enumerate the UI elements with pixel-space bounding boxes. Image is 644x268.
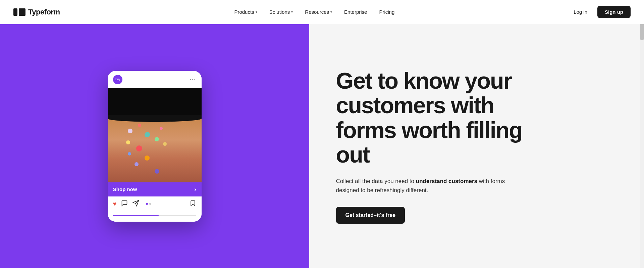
gem-5	[136, 145, 142, 151]
gem-8	[145, 155, 150, 161]
comment-icon[interactable]	[121, 200, 128, 208]
nav-pricing[interactable]: Pricing	[374, 6, 399, 17]
gem-11	[160, 127, 163, 130]
phone-actions: ♥	[108, 196, 202, 212]
phone-header: Zitty ···	[108, 71, 202, 88]
progress-bar-background	[113, 215, 196, 216]
scrollbar[interactable]	[640, 0, 644, 268]
phone-image	[108, 88, 202, 182]
logo-icon	[13, 8, 25, 16]
gem-4	[126, 140, 130, 144]
signup-button[interactable]: Sign up	[597, 6, 631, 18]
subtext-prefix: Collect all the data you need to	[336, 178, 416, 184]
logo-block-left	[13, 8, 17, 16]
gem-12	[155, 169, 159, 174]
navbar: Typeform Products ▾ Solutions ▾ Resource…	[0, 0, 644, 24]
nav-resources-label: Resources	[305, 9, 329, 15]
bangs-area	[108, 115, 202, 122]
products-chevron-icon: ▾	[256, 10, 257, 14]
nav-solutions[interactable]: Solutions ▾	[265, 6, 298, 17]
slide-indicator	[146, 203, 151, 205]
shop-now-arrow-icon: ›	[194, 186, 196, 192]
phone-menu-dots-icon: ···	[190, 77, 196, 83]
share-icon[interactable]	[132, 200, 139, 208]
subtext-bold: understand customers	[416, 178, 477, 184]
nav-pricing-label: Pricing	[379, 9, 394, 15]
gem-10	[135, 162, 139, 166]
logo-area[interactable]: Typeform	[13, 8, 60, 16]
hair-area	[108, 88, 202, 117]
phone-mockup: Zitty ···	[108, 71, 202, 222]
navbar-center: Products ▾ Solutions ▾ Resources ▾ Enter…	[229, 6, 399, 17]
gem-6	[155, 137, 159, 141]
gem-9	[163, 142, 167, 146]
phone-progress-area	[108, 212, 202, 222]
brand-name: Typeform	[28, 8, 60, 16]
hero-right: Get to know your customers with forms wo…	[309, 24, 644, 268]
hero-text-content: Get to know your customers with forms wo…	[336, 69, 537, 224]
gem-3	[145, 132, 150, 137]
action-icons-group: ♥	[113, 200, 152, 208]
hero-subtext: Collect all the data you need to underst…	[336, 177, 511, 195]
phone-avatar: Zitty	[113, 75, 122, 84]
gem-2	[138, 124, 141, 127]
nav-products-label: Products	[234, 9, 254, 15]
dot-active	[146, 203, 148, 205]
resources-chevron-icon: ▾	[330, 10, 332, 14]
phone-avatar-text: Zitty	[115, 78, 120, 81]
heart-icon[interactable]: ♥	[113, 200, 117, 208]
shop-now-bar[interactable]: Shop now ›	[108, 182, 202, 196]
nav-enterprise[interactable]: Enterprise	[339, 6, 372, 17]
hero-headline: Get to know your customers with forms wo…	[336, 69, 537, 167]
login-button[interactable]: Log in	[569, 6, 592, 17]
cta-button[interactable]: Get started–it's free	[336, 207, 405, 224]
solutions-chevron-icon: ▾	[291, 10, 293, 14]
bookmark-icon[interactable]	[190, 200, 196, 208]
dot-inactive-1	[149, 203, 151, 205]
main-content: Zitty ···	[0, 24, 644, 268]
nav-resources[interactable]: Resources ▾	[300, 6, 337, 17]
logo-block-right	[19, 8, 25, 16]
nav-products[interactable]: Products ▾	[229, 6, 262, 17]
gem-1	[128, 129, 132, 133]
shop-now-label: Shop now	[113, 186, 137, 192]
nav-solutions-label: Solutions	[269, 9, 290, 15]
progress-bar-fill	[113, 215, 159, 216]
nav-enterprise-label: Enterprise	[344, 9, 367, 15]
hero-left: Zitty ···	[0, 24, 309, 268]
navbar-right: Log in Sign up	[569, 6, 631, 18]
gem-7	[128, 152, 131, 155]
